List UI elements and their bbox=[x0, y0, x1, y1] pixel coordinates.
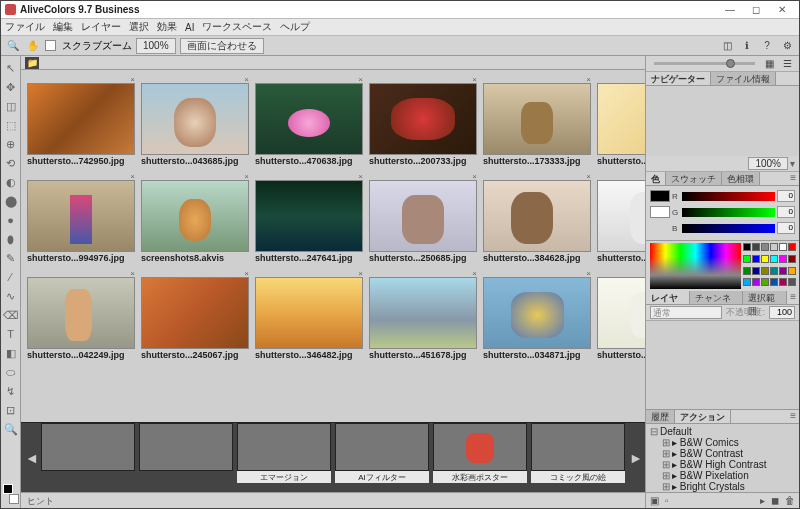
chevron-down-icon[interactable]: ▾ bbox=[790, 158, 795, 169]
info-icon[interactable]: ℹ bbox=[739, 38, 755, 54]
stop-icon[interactable]: ◼ bbox=[771, 495, 779, 506]
strip-item[interactable] bbox=[41, 423, 135, 492]
tab-fileinfo[interactable]: ファイル情報 bbox=[711, 72, 776, 85]
b-value[interactable]: 0 bbox=[777, 222, 795, 234]
color-preview[interactable] bbox=[650, 190, 670, 202]
tree-item[interactable]: ⊞▸ B&W Comics bbox=[650, 437, 795, 448]
r-value[interactable]: 0 bbox=[777, 190, 795, 202]
menu-AI[interactable]: AI bbox=[185, 22, 194, 33]
thumbnail-image[interactable] bbox=[141, 277, 249, 349]
tool-16[interactable]: ⬚ bbox=[3, 117, 19, 133]
tool-18[interactable]: ✥ bbox=[3, 79, 19, 95]
tree-item[interactable]: ⊞▸ B&W Contrast bbox=[650, 448, 795, 459]
strip-prev-button[interactable]: ◄ bbox=[25, 450, 37, 466]
swatch[interactable] bbox=[779, 267, 787, 275]
trash-icon[interactable]: 🗑 bbox=[785, 495, 795, 506]
menu-ファイル[interactable]: ファイル bbox=[5, 20, 45, 34]
tool-11[interactable]: ● bbox=[3, 212, 19, 228]
swatch[interactable] bbox=[743, 278, 751, 286]
folder-icon[interactable]: ▣ bbox=[650, 495, 659, 506]
fit-button[interactable]: 画面に合わせる bbox=[180, 38, 264, 54]
menu-効果[interactable]: 効果 bbox=[157, 20, 177, 34]
tab-history[interactable]: 履歴 bbox=[646, 410, 675, 423]
thumbnail-image[interactable] bbox=[27, 180, 135, 252]
thumb-cell[interactable]: ×shuttersto...245067.jpg bbox=[141, 270, 249, 363]
color-swap[interactable] bbox=[3, 484, 19, 504]
thumbnail-image[interactable] bbox=[483, 180, 591, 252]
menu-ヘルプ[interactable]: ヘルプ bbox=[280, 20, 310, 34]
thumbnail-image[interactable] bbox=[141, 83, 249, 155]
thumb-cell[interactable]: ×shuttersto...139981.jpg bbox=[597, 270, 645, 363]
swatch[interactable] bbox=[743, 267, 751, 275]
bg-color-icon[interactable] bbox=[9, 494, 19, 504]
thumb-cell[interactable]: ×shuttersto...346482.jpg bbox=[255, 270, 363, 363]
swatch[interactable] bbox=[788, 243, 796, 251]
thumbnail-image[interactable] bbox=[255, 83, 363, 155]
thumbnail-image[interactable] bbox=[597, 83, 645, 155]
swatch[interactable] bbox=[770, 243, 778, 251]
minimize-button[interactable]: — bbox=[717, 2, 743, 18]
blend-mode-select[interactable]: 通常 bbox=[650, 306, 722, 319]
tool-13[interactable]: ◐ bbox=[3, 174, 19, 190]
tool-12[interactable]: ⬤ bbox=[3, 193, 19, 209]
swatch[interactable] bbox=[752, 267, 760, 275]
r-slider[interactable] bbox=[682, 192, 775, 201]
thumb-cell[interactable]: ×shuttersto...451678.jpg bbox=[369, 270, 477, 363]
hand-icon[interactable]: ✋ bbox=[25, 38, 41, 54]
tree-item[interactable]: ⊞▸ B&W Pixelation bbox=[650, 470, 795, 481]
actions-tree[interactable]: ⊟Default⊞▸ B&W Comics⊞▸ B&W Contrast⊞▸ B… bbox=[646, 424, 799, 492]
tab-actions[interactable]: アクション bbox=[675, 410, 731, 423]
strip-thumb[interactable] bbox=[139, 423, 233, 471]
help-icon[interactable]: ? bbox=[759, 38, 775, 54]
panel-menu-icon[interactable]: ≡ bbox=[787, 172, 799, 185]
tab-swatch[interactable]: スウォッチ bbox=[666, 172, 722, 185]
tab-channels[interactable]: チャンネル bbox=[690, 291, 743, 304]
thumbnail-image[interactable] bbox=[597, 277, 645, 349]
swatch[interactable] bbox=[770, 267, 778, 275]
swatch[interactable] bbox=[752, 255, 760, 263]
workspace-icon[interactable]: ◫ bbox=[719, 38, 735, 54]
tool-17[interactable]: ◫ bbox=[3, 98, 19, 114]
b-slider[interactable] bbox=[682, 224, 775, 233]
tool-7[interactable]: ∿ bbox=[3, 288, 19, 304]
color-preview-bg[interactable] bbox=[650, 206, 670, 218]
play-icon[interactable]: ▸ bbox=[760, 495, 765, 506]
scrub-checkbox[interactable] bbox=[45, 40, 56, 51]
tree-item[interactable]: ⊞▸ Bright Crystals bbox=[650, 481, 795, 492]
tool-6[interactable]: ⌫ bbox=[3, 307, 19, 323]
thumb-cell[interactable]: ×shuttersto...043685.jpg bbox=[141, 76, 249, 169]
strip-item[interactable] bbox=[139, 423, 233, 492]
thumbnail-image[interactable] bbox=[141, 180, 249, 252]
thumbnail-image[interactable] bbox=[483, 83, 591, 155]
thumb-cell[interactable]: ×shuttersto...742950.jpg bbox=[27, 76, 135, 169]
nav-slider[interactable] bbox=[654, 62, 755, 65]
panel-zoom[interactable]: 100% bbox=[748, 157, 788, 170]
swatch[interactable] bbox=[779, 278, 787, 286]
tool-8[interactable]: ⁄ bbox=[3, 269, 19, 285]
zoom-value[interactable]: 100% bbox=[136, 38, 176, 54]
strip-thumb[interactable] bbox=[433, 423, 527, 471]
thumbnail-image[interactable] bbox=[27, 83, 135, 155]
tab-navigator[interactable]: ナビゲーター bbox=[646, 72, 711, 85]
thumbnail-image[interactable] bbox=[369, 180, 477, 252]
thumb-cell[interactable]: ×shuttersto...994976.jpg bbox=[27, 173, 135, 266]
swatch[interactable] bbox=[752, 243, 760, 251]
tool-19[interactable]: ↖ bbox=[3, 60, 19, 76]
gear-icon[interactable]: ⚙ bbox=[779, 38, 795, 54]
swatch[interactable] bbox=[788, 267, 796, 275]
swatch[interactable] bbox=[779, 255, 787, 263]
tool-5[interactable]: T bbox=[3, 326, 19, 342]
g-value[interactable]: 0 bbox=[777, 206, 795, 218]
tab-selection[interactable]: 選択範囲 bbox=[743, 291, 787, 304]
tab-hue[interactable]: 色相環 bbox=[722, 172, 760, 185]
thumbnail-image[interactable] bbox=[27, 277, 135, 349]
opacity-value[interactable]: 100 bbox=[769, 306, 795, 319]
tool-2[interactable]: ↯ bbox=[3, 383, 19, 399]
panel-menu-icon[interactable]: ≡ bbox=[787, 291, 799, 304]
strip-thumb[interactable] bbox=[335, 423, 429, 471]
thumb-cell[interactable]: ×shuttersto...470638.jpg bbox=[255, 76, 363, 169]
swatch-grid[interactable] bbox=[743, 243, 795, 289]
tool-3[interactable]: ⬭ bbox=[3, 364, 19, 380]
tool-4[interactable]: ◧ bbox=[3, 345, 19, 361]
swatch[interactable] bbox=[761, 243, 769, 251]
